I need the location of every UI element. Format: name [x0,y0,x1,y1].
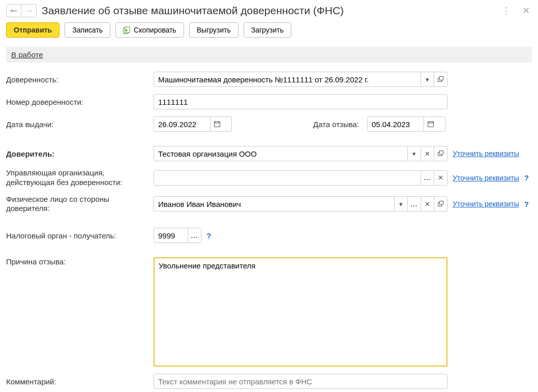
close-icon[interactable]: ✕ [520,4,532,17]
tax-authority-select-icon[interactable]: ... [188,228,201,243]
principal-person-label: Физическое лицо со стороны доверителя: [6,195,148,214]
poa-open-icon[interactable] [434,72,447,86]
managing-org-label: Управляющая организация, действующая без… [6,168,148,188]
managing-org-input[interactable] [154,171,421,185]
managing-org-clarify-link[interactable]: Уточнить реквизиты [453,174,519,182]
poa-number-label: Номер доверенности: [6,98,148,106]
principal-open-icon[interactable] [434,146,447,161]
comment-label: Комментарий: [6,377,148,386]
revoke-date-calendar-icon[interactable] [424,117,437,131]
arrow-right-icon: 🡒 [25,7,33,15]
managing-org-select-icon[interactable]: ... [421,171,434,185]
principal-clear-icon[interactable]: ✕ [421,146,434,161]
copy-button[interactable]: Скопировать [115,22,184,38]
status-bar: В работе [6,47,532,63]
comment-input[interactable] [154,374,447,389]
poa-input[interactable] [154,72,421,86]
tax-authority-help-icon[interactable]: ? [206,231,211,240]
issue-date-calendar-icon[interactable] [210,117,223,131]
reason-label: Причина отзыва: [6,257,148,266]
issue-date-label: Дата выдачи: [6,120,148,129]
principal-person-input[interactable] [154,197,394,211]
principal-label: Доверитель: [6,149,148,158]
principal-input[interactable] [154,146,407,161]
svg-rect-13 [439,151,443,155]
tax-authority-label: Налоговый орган - получатель: [6,231,148,240]
send-button[interactable]: Отправить [6,22,59,38]
principal-person-clarify-link[interactable]: Уточнить реквизиты [453,200,519,208]
import-button[interactable]: Загрузить [244,22,291,38]
issue-date-input[interactable] [154,117,210,131]
more-menu-icon[interactable]: ⋮ [500,4,513,17]
poa-dropdown-icon[interactable]: ▾ [421,72,434,86]
poa-number-input[interactable] [154,94,447,109]
managing-org-help-icon[interactable]: ? [524,173,529,182]
status-link[interactable]: В работе [11,50,43,59]
nav-back-button[interactable]: 🡐 [6,4,21,17]
principal-person-select-icon[interactable]: ... [407,197,421,211]
principal-clarify-link[interactable]: Уточнить реквизиты [453,149,519,158]
poa-label: Доверенность: [6,75,148,84]
svg-rect-3 [439,77,443,80]
reason-textarea[interactable] [154,257,447,367]
tax-authority-input[interactable] [154,228,188,243]
copy-button-label: Скопировать [134,26,176,34]
arrow-left-icon: 🡐 [10,7,17,15]
save-button[interactable]: Записать [65,22,110,38]
principal-person-clear-icon[interactable]: ✕ [421,197,434,211]
principal-person-dropdown-icon[interactable]: ▾ [394,197,407,211]
export-button[interactable]: Выгрузить [189,22,238,38]
principal-person-open-icon[interactable] [434,197,447,211]
svg-rect-15 [439,201,443,205]
managing-org-clear-icon[interactable]: ✕ [434,171,447,185]
svg-rect-4 [214,122,220,127]
principal-dropdown-icon[interactable]: ▾ [407,146,421,161]
revoke-date-label: Дата отзыва: [313,120,359,129]
nav-forward-button: 🡒 [21,4,37,17]
svg-rect-1 [125,26,130,32]
revoke-date-input[interactable] [368,117,424,131]
page-title: Заявление об отзыве машиночитаемой довер… [42,5,495,17]
copy-icon [123,26,131,34]
svg-rect-8 [428,122,433,127]
principal-person-help-icon[interactable]: ? [524,200,529,208]
